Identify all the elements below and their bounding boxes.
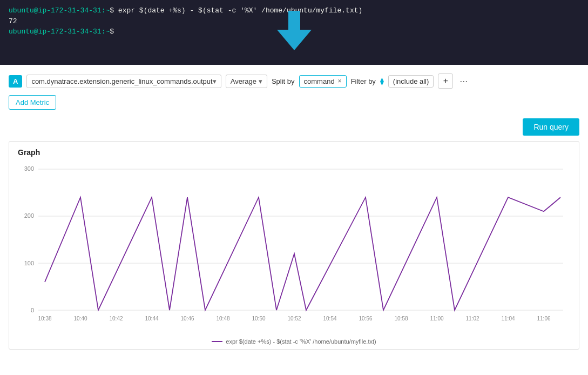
svg-text:11:02: 11:02 [465, 316, 479, 322]
svg-text:0: 0 [31, 307, 34, 313]
down-arrow-indicator [277, 11, 312, 50]
svg-text:10:48: 10:48 [216, 316, 229, 322]
more-options-button[interactable]: ··· [457, 76, 470, 87]
graph-title: Graph [18, 148, 570, 157]
chart-line [45, 197, 560, 310]
terminal-prompt-3: ubuntu@ip-172-31-34-31: [9, 28, 105, 36]
svg-text:100: 100 [24, 260, 34, 266]
filter-by-label: Filter by [351, 77, 376, 85]
metric-label-a: A [9, 75, 22, 88]
run-query-container: Run query [9, 118, 579, 136]
filter-value[interactable]: (include all) [388, 75, 434, 88]
svg-text:10:58: 10:58 [394, 316, 408, 322]
svg-text:10:38: 10:38 [38, 316, 51, 322]
graph-section: Graph 300 200 100 0 10:38 10:40 10:42 10… [9, 141, 579, 350]
chart-container: 300 200 100 0 10:38 10:40 10:42 10:44 10… [18, 161, 570, 336]
filter-icon: ⧫ [380, 77, 384, 85]
svg-text:10:46: 10:46 [180, 316, 194, 322]
svg-text:11:00: 11:00 [430, 316, 443, 322]
split-tag-close-icon[interactable]: × [338, 77, 342, 85]
main-content: A com.dynatrace.extension.generic_linux_… [0, 65, 588, 375]
terminal-section: ubuntu@ip-172-31-34-31:~$ expr $(date +%… [0, 0, 588, 65]
svg-text:10:56: 10:56 [359, 316, 372, 322]
chart-svg: 300 200 100 0 10:38 10:40 10:42 10:44 10… [18, 161, 569, 334]
aggregation-text: Average [231, 77, 256, 85]
svg-text:10:54: 10:54 [323, 316, 336, 322]
split-tag: command × [299, 75, 347, 88]
legend-text: expr $(date +%s) - $(stat -c '%X' /home/… [226, 338, 376, 345]
legend-line-icon [212, 341, 222, 342]
terminal-cmd-3: $ [110, 28, 114, 36]
split-tag-value: command [304, 77, 335, 85]
svg-text:300: 300 [24, 165, 34, 172]
metric-dropdown-arrow: ▾ [213, 77, 217, 85]
metric-selector-text: com.dynatrace.extension.generic_linux_co… [31, 77, 212, 85]
svg-text:10:52: 10:52 [287, 316, 301, 322]
aggregation-arrow-icon: ▾ [259, 77, 262, 85]
add-icon: + [443, 76, 448, 86]
chart-legend: expr $(date +%s) - $(stat -c '%X' /home/… [18, 338, 570, 345]
svg-text:11:06: 11:06 [537, 316, 550, 322]
add-split-button[interactable]: + [438, 73, 453, 89]
svg-text:200: 200 [24, 212, 34, 219]
add-metric-button[interactable]: Add Metric [9, 95, 56, 110]
svg-text:10:44: 10:44 [145, 316, 158, 322]
run-query-button[interactable]: Run query [523, 118, 579, 136]
add-metric-row: Add Metric [9, 95, 579, 110]
terminal-prompt-1: ubuntu@ip-172-31-34-31: [9, 6, 105, 15]
metric-row: A com.dynatrace.extension.generic_linux_… [9, 73, 579, 89]
svg-text:10:40: 10:40 [73, 316, 87, 322]
aggregation-dropdown[interactable]: Average ▾ [226, 75, 267, 88]
split-by-label: Split by [272, 77, 295, 85]
svg-text:11:04: 11:04 [501, 316, 515, 322]
svg-text:10:50: 10:50 [252, 316, 265, 322]
terminal-cmd-1: $ expr $(date +%s) - $(stat -c '%X' /hom… [110, 6, 362, 15]
metric-selector-dropdown[interactable]: com.dynatrace.extension.generic_linux_co… [26, 75, 221, 88]
svg-text:10:42: 10:42 [109, 316, 123, 322]
